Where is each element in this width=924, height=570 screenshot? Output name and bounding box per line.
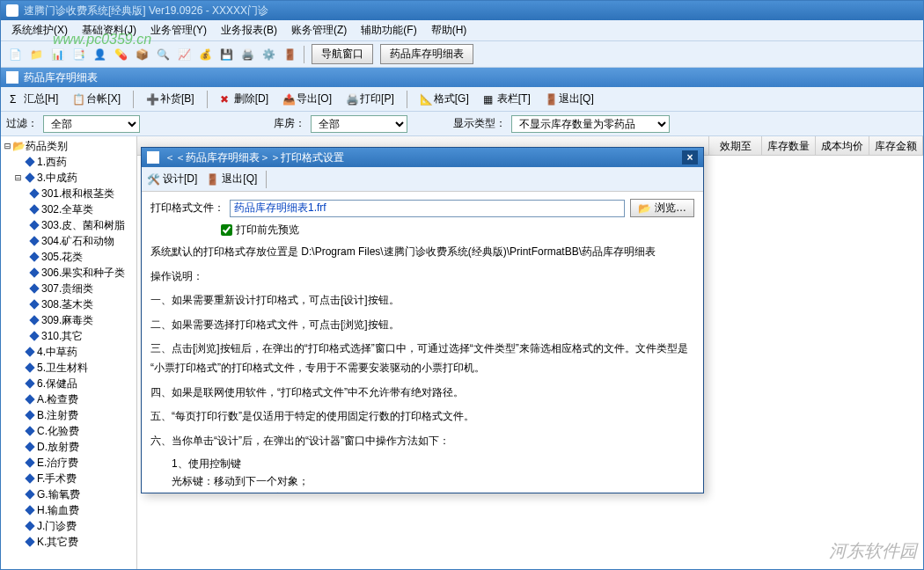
tree-item[interactable]: A.检查费 — [37, 392, 78, 407]
app-icon — [6, 4, 18, 17]
tb-icon-9[interactable]: 📈 — [176, 47, 192, 62]
help-l6b: 光标键：移动到下一个对象； — [172, 473, 694, 490]
act-restock[interactable]: ➕补货[B] — [143, 90, 198, 108]
file-input[interactable] — [230, 200, 625, 217]
file-label: 打印格式文件： — [150, 201, 224, 216]
help-l3: 三、点击[浏览]按钮后，在弹出的“打印格式选择”窗口中，可通过选择“文件类型”来… — [150, 340, 694, 377]
filter-label-1: 过滤： — [6, 116, 38, 131]
tree-item[interactable]: C.化验费 — [37, 424, 79, 439]
tb-icon-13[interactable]: ⚙️ — [260, 47, 276, 62]
tb-icon-1[interactable]: 📄 — [7, 47, 23, 62]
help-l6a: 1、使用控制键 — [172, 456, 694, 472]
folder-icon: 📂 — [638, 202, 651, 215]
tb-icon-5[interactable]: 👤 — [92, 47, 107, 62]
tree-item[interactable]: 305.花类 — [41, 250, 83, 265]
col-amount[interactable]: 库存金额 — [869, 136, 923, 155]
act-del[interactable]: ✖删除[D] — [216, 90, 272, 108]
tree-item[interactable]: H.输血费 — [37, 503, 79, 518]
btn-nav-window[interactable]: 导航窗口 — [312, 44, 373, 64]
filter-sel-2[interactable]: 全部 — [311, 115, 407, 133]
menu-aux[interactable]: 辅助功能(F) — [354, 21, 423, 40]
tree-item[interactable]: E.治疗费 — [37, 456, 78, 471]
preview-checkbox[interactable]: 打印前先预览 — [221, 223, 299, 238]
tree-item[interactable]: B.注射费 — [37, 408, 78, 423]
tree-item[interactable]: 302.全草类 — [41, 202, 93, 217]
help-l1: 一、如果需要重新设计打印格式，可点击[设计]按钮。 — [150, 291, 694, 311]
tree-item[interactable]: 307.贵细类 — [41, 281, 93, 296]
act-exit[interactable]: 🚪退出[Q] — [541, 90, 598, 108]
btn-design[interactable]: 🛠️设计[D] — [147, 172, 197, 186]
act-sum[interactable]: Σ汇总[H] — [6, 90, 62, 108]
tb-icon-2[interactable]: 📁 — [28, 47, 44, 62]
filter-sel-1[interactable]: 全部 — [43, 115, 140, 133]
tb-icon-3[interactable]: 📊 — [49, 47, 65, 62]
help-l2: 二、如果需要选择打印格式文件，可点击[浏览]按钮。 — [150, 316, 694, 335]
preview-check-input[interactable] — [221, 224, 232, 236]
menu-base[interactable]: 基础资料(J) — [75, 21, 143, 40]
tree-item[interactable]: 303.皮、菌和树脂 — [41, 218, 125, 233]
col-qty[interactable]: 库存数量 — [762, 136, 816, 155]
tb-icon-6[interactable]: 💊 — [113, 47, 128, 62]
tb-icon-11[interactable]: 💾 — [218, 47, 234, 62]
tree-item[interactable]: 301.根和根茎类 — [41, 186, 114, 201]
main-toolbar: 📄 📁 📊 📑 👤 💊 📦 🔍 📈 💰 💾 🖨️ ⚙️ 🚪 导航窗口 药品库存明… — [1, 41, 923, 68]
tree-item[interactable]: 6.保健品 — [37, 376, 77, 391]
tb-sep — [304, 46, 304, 63]
tb-icon-10[interactable]: 💰 — [197, 47, 213, 62]
filter-bar: 过滤： 全部 库房： 全部 显示类型： 不显示库存数量为零药品 — [1, 112, 923, 136]
filter-label-3: 显示类型： — [453, 116, 506, 131]
tree-item[interactable]: K.其它费 — [37, 535, 78, 550]
child-window-title: 药品库存明细表 — [1, 68, 923, 87]
act-ledger[interactable]: 📋台帐[X] — [69, 90, 124, 108]
tree-item[interactable]: 1.西药 — [37, 155, 67, 170]
btn-exit[interactable]: 🚪退出[Q] — [206, 172, 257, 186]
action-bar: Σ汇总[H] 📋台帐[X] ➕补货[B] ✖删除[D] 📤导出[O] 🖨️打印[… — [1, 87, 923, 112]
tree-item[interactable]: 304.矿石和动物 — [41, 234, 114, 249]
tree-item[interactable]: D.放射费 — [37, 440, 79, 455]
tb-icon-7[interactable]: 📦 — [134, 47, 150, 62]
menu-biz[interactable]: 业务管理(Y) — [143, 21, 214, 40]
tree-item[interactable]: 306.果实和种子类 — [41, 266, 125, 281]
path-note: 系统默认的打印格式存放位置是 D:\Program Files\速腾门诊收费系统… — [150, 243, 694, 262]
menu-help[interactable]: 帮助(H) — [424, 21, 474, 40]
help-title: 操作说明： — [150, 267, 694, 287]
category-tree[interactable]: ⊟📂药品类别 1.西药 ⊟3.中成药 301.根和根茎类 302.全草类 303… — [1, 136, 137, 569]
menu-report[interactable]: 业务报表(B) — [214, 21, 284, 40]
act-print[interactable]: 🖨️打印[P] — [342, 90, 398, 108]
tree-item[interactable]: 310.其它 — [41, 329, 83, 344]
act-export[interactable]: 📤导出[O] — [279, 90, 335, 108]
child-icon — [6, 71, 18, 84]
tb-icon-4[interactable]: 📑 — [70, 47, 86, 62]
col-expiry[interactable]: 效期至 — [709, 136, 762, 155]
act-cols[interactable]: ▦表栏[T] — [480, 90, 534, 108]
tree-item[interactable]: 309.麻毒类 — [41, 313, 93, 328]
col-cost[interactable]: 成本均价 — [816, 136, 869, 155]
menu-system[interactable]: 系统维护(X) — [4, 21, 75, 40]
dialog-title-bar[interactable]: ＜＜药品库存明细表＞＞打印格式设置 × — [142, 148, 703, 167]
help-l5: 五、“每页打印行数”是仅适用于特定的使用固定行数的打印格式文件。 — [150, 407, 694, 427]
tree-item[interactable]: 3.中成药 — [37, 171, 77, 186]
tree-item[interactable]: 5.卫生材料 — [37, 361, 88, 376]
filter-sel-3[interactable]: 不显示库存数量为零药品 — [511, 115, 670, 133]
menu-account[interactable]: 账务管理(Z) — [284, 21, 354, 40]
help-l4: 四、如果是联网使用软件，“打印格式文件”中不允许带有绝对路径。 — [150, 384, 694, 403]
tree-item[interactable]: F.手术费 — [37, 471, 77, 486]
tree-item[interactable]: G.输氧费 — [37, 487, 80, 502]
tree-item[interactable]: J.门诊费 — [37, 519, 77, 534]
close-icon[interactable]: × — [682, 150, 698, 164]
btn-stock-detail[interactable]: 药品库存明细表 — [380, 44, 473, 64]
help-l6c: Ctrl + 光标键：沿光标方向移动选中的对象； — [172, 490, 694, 493]
window-title: 速腾门诊收费系统[经典版] Ver19.0926 - XXXXX门诊 — [24, 4, 268, 18]
browse-button[interactable]: 📂浏览… — [630, 199, 694, 217]
tb-icon-14[interactable]: 🚪 — [282, 47, 297, 62]
tree-root[interactable]: 药品类别 — [26, 139, 68, 154]
tree-item[interactable]: 308.茎木类 — [41, 297, 93, 312]
print-format-dialog: ＜＜药品库存明细表＞＞打印格式设置 × 🛠️设计[D] 🚪退出[Q] 打印格式文… — [141, 147, 704, 493]
tb-icon-12[interactable]: 🖨️ — [239, 47, 255, 62]
act-format[interactable]: 📐格式[G] — [416, 90, 473, 108]
filter-label-2: 库房： — [274, 116, 305, 131]
tb-icon-8[interactable]: 🔍 — [155, 47, 171, 62]
tree-item[interactable]: 4.中草药 — [37, 345, 77, 360]
child-title-text: 药品库存明细表 — [24, 70, 98, 85]
dialog-title: ＜＜药品库存明细表＞＞打印格式设置 — [165, 150, 344, 165]
